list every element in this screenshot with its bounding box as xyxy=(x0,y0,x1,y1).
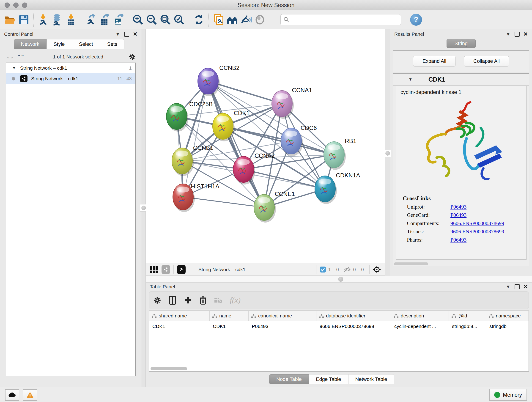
import-table-from-file-button[interactable] xyxy=(64,13,78,27)
network-options-gear-icon[interactable] xyxy=(129,53,136,60)
crosslink-link[interactable]: P06493 xyxy=(450,204,467,210)
import-network-from-database-button[interactable] xyxy=(51,13,64,27)
table-cell[interactable]: cyclin-dependent ... xyxy=(391,321,449,332)
tab-network[interactable]: Network xyxy=(14,39,46,49)
column-header--id[interactable]: @id xyxy=(449,311,486,321)
birds-eye-view-icon[interactable] xyxy=(177,265,186,274)
delete-column-icon[interactable] xyxy=(200,296,206,305)
table-panel-title: Table Panel xyxy=(150,284,175,289)
network-table-splitter[interactable] xyxy=(146,276,532,283)
network-node-CDKN1A[interactable] xyxy=(315,176,337,204)
export-table-button[interactable] xyxy=(98,13,111,27)
results-panel-close-icon[interactable]: ✕ xyxy=(523,32,528,37)
zoom-fit-button[interactable] xyxy=(158,13,172,27)
add-column-icon[interactable] xyxy=(184,296,192,304)
table-horizontal-scrollbar[interactable] xyxy=(151,367,187,370)
network-node-CCNA2[interactable] xyxy=(233,156,255,185)
network-node-CCNB1[interactable] xyxy=(172,148,194,176)
protein-card-header[interactable]: ▼ CDK1 xyxy=(393,74,529,86)
import-network-from-file-button[interactable] xyxy=(37,13,51,27)
control-panel-maximize-icon[interactable] xyxy=(124,32,129,37)
collection-expand-icon[interactable]: ▼ xyxy=(12,66,16,70)
column-header-description[interactable]: description xyxy=(391,311,449,321)
column-header-canonical-name[interactable]: canonical name xyxy=(249,311,317,321)
column-header-name[interactable]: name xyxy=(210,311,249,321)
crosslink-link[interactable]: 9606.ENSP00000378699 xyxy=(450,220,504,226)
toolbar-separator xyxy=(81,13,81,27)
zoom-selected-button[interactable] xyxy=(172,13,186,27)
results-horizontal-scrollbar[interactable] xyxy=(394,262,428,265)
zoom-in-button[interactable] xyxy=(131,13,145,27)
crosslink-link[interactable]: 9606.ENSP00000378699 xyxy=(450,229,504,235)
network-node-CDC6[interactable] xyxy=(281,128,303,156)
network-node-CCNE1[interactable] xyxy=(254,194,276,223)
tab-sets[interactable]: Sets xyxy=(100,39,124,49)
apply-layout-button[interactable] xyxy=(192,13,206,27)
table-panel-maximize-icon[interactable] xyxy=(515,284,520,289)
save-session-button[interactable] xyxy=(17,13,31,27)
splitter-collapse-handle[interactable] xyxy=(384,150,391,157)
network-row[interactable]: String Network – cdk1 11 48 xyxy=(6,73,135,84)
table-row[interactable]: CDK1CDK1P064939606.ENSP00000378699cyclin… xyxy=(149,321,529,332)
splitter-collapse-handle[interactable] xyxy=(338,277,343,282)
column-header-database-identifier[interactable]: database identifier xyxy=(317,311,391,321)
network-node-RB1[interactable] xyxy=(324,142,346,170)
tab-select[interactable]: Select xyxy=(72,39,100,49)
table-cell[interactable]: CDK1 xyxy=(210,321,249,332)
cloud-status-button[interactable] xyxy=(5,389,19,401)
network-results-splitter[interactable] xyxy=(385,29,390,276)
tab-string-results[interactable]: String xyxy=(447,39,476,48)
tab-edge-table[interactable]: Edge Table xyxy=(309,374,348,384)
expand-all-networks-icon[interactable]: ⌄⌄ xyxy=(6,54,13,60)
show-all-button[interactable] xyxy=(253,13,267,27)
search-input[interactable] xyxy=(289,17,398,23)
tab-node-table[interactable]: Node Table xyxy=(269,374,309,384)
column-type-icon xyxy=(152,314,157,318)
selected-checkbox-icon[interactable] xyxy=(320,266,326,273)
table-panel-close-icon[interactable]: ✕ xyxy=(523,284,528,289)
toolbar-separator xyxy=(189,13,189,27)
tab-style[interactable]: Style xyxy=(46,39,72,49)
help-button[interactable]: ? xyxy=(410,14,422,26)
show-columns-icon[interactable] xyxy=(169,296,176,305)
control-network-splitter[interactable] xyxy=(142,29,146,387)
zoom-out-button[interactable] xyxy=(145,13,158,27)
hide-selected-button[interactable] xyxy=(239,13,253,27)
table-cell[interactable]: P06493 xyxy=(249,321,317,332)
column-header-namespace[interactable]: namespace xyxy=(486,311,527,321)
control-panel: Control Panel ▼ ✕ Network Style Select S… xyxy=(0,29,142,387)
network-node-CDK1[interactable] xyxy=(213,113,234,141)
warnings-button[interactable] xyxy=(23,389,37,401)
crosslink-link[interactable]: P06493 xyxy=(450,237,467,243)
table-panel-float-icon[interactable]: ▼ xyxy=(506,284,510,289)
fit-selected-crosshair-icon[interactable] xyxy=(373,265,381,274)
network-collection-row[interactable]: ▼ String Network – cdk1 1 xyxy=(6,63,135,73)
table-cell[interactable]: stringdb xyxy=(486,321,527,332)
network-canvas[interactable]: CCNB2CCNA1CDC25BCDK1CDC6RB1CCNB1CCNA2CDK… xyxy=(146,29,385,263)
table-cell[interactable]: CDK1 xyxy=(149,321,210,332)
export-image-button[interactable] xyxy=(111,13,125,27)
crosslink-link[interactable]: P06493 xyxy=(450,212,467,218)
protein-collapse-icon[interactable]: ▼ xyxy=(409,77,412,82)
network-node-CCNB2[interactable] xyxy=(198,68,220,96)
collapse-all-networks-icon[interactable]: ⌃⌃ xyxy=(17,54,24,60)
new-network-from-selection-button[interactable] xyxy=(212,13,225,27)
control-panel-close-icon[interactable]: ✕ xyxy=(133,32,138,37)
expand-all-button[interactable]: Expand All xyxy=(413,56,456,67)
table-options-gear-icon[interactable] xyxy=(153,296,161,304)
results-panel-float-icon[interactable]: ▼ xyxy=(506,32,510,37)
column-header-shared-name[interactable]: shared name xyxy=(149,311,210,321)
hidden-eye-icon[interactable] xyxy=(343,267,351,273)
string-view-icon[interactable] xyxy=(162,265,170,274)
tab-network-table[interactable]: Network Table xyxy=(348,374,394,384)
table-cell[interactable]: stringdb:9... xyxy=(449,321,486,332)
memory-button[interactable]: Memory xyxy=(489,389,527,401)
results-panel-maximize-icon[interactable] xyxy=(515,32,520,37)
table-cell[interactable]: 9606.ENSP00000378699 xyxy=(317,321,391,332)
export-network-button[interactable] xyxy=(84,13,98,27)
open-session-button[interactable] xyxy=(3,13,17,27)
collapse-all-button[interactable]: Collapse All xyxy=(464,56,509,67)
control-panel-float-icon[interactable]: ▼ xyxy=(115,32,120,37)
first-neighbors-button[interactable] xyxy=(225,13,239,27)
grid-mode-icon[interactable] xyxy=(150,266,158,274)
